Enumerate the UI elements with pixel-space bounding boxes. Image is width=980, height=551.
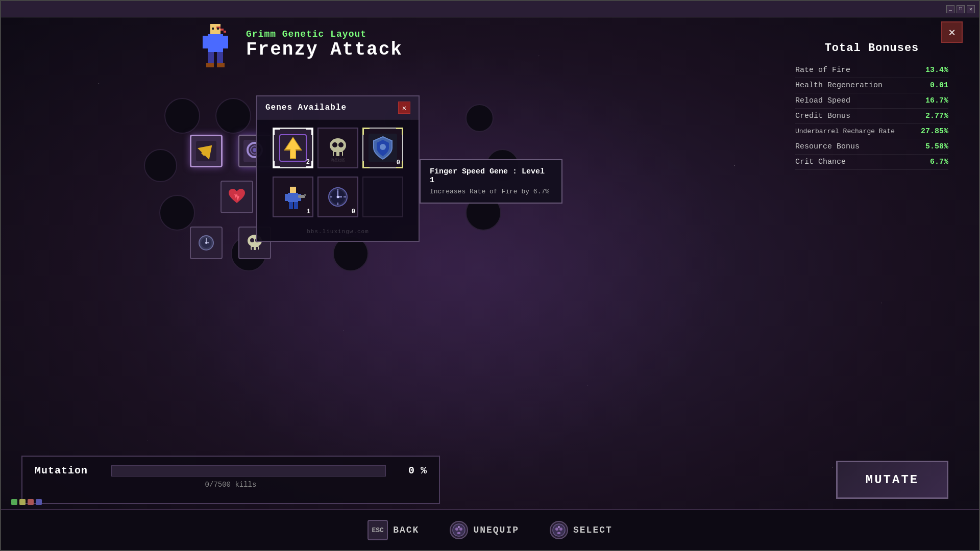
map-node-1 <box>164 98 200 134</box>
svg-point-71 <box>459 528 462 531</box>
svg-point-74 <box>553 524 565 536</box>
svg-rect-57 <box>304 194 306 196</box>
map-node-5 <box>144 149 177 182</box>
svg-rect-2 <box>203 36 209 48</box>
svg-rect-56 <box>298 195 305 198</box>
gene-item-5[interactable]: 0 <box>317 177 358 217</box>
gene-icon-hero <box>278 182 308 212</box>
minimize-btn[interactable]: _ <box>946 5 954 13</box>
bonuses-panel: Total Bonuses Rate of Fire 13.4% Health … <box>795 42 948 170</box>
gene-icon-clock <box>323 182 353 212</box>
svg-rect-8 <box>224 31 226 33</box>
svg-rect-26 <box>256 247 258 250</box>
title-text: Grimm Genetic Layout Frenzy Attack <box>246 29 403 60</box>
svg-point-75 <box>555 528 558 531</box>
svg-rect-63 <box>330 196 332 197</box>
hint-unequip[interactable]: UNEQUIP <box>450 521 519 539</box>
main-close-button[interactable]: ✕ <box>941 21 963 43</box>
modal-gene-grid-row2: 1 <box>257 177 419 226</box>
svg-rect-55 <box>294 202 298 209</box>
bonus-value-reload-speed: 16.7% <box>925 96 948 105</box>
svg-point-78 <box>558 526 560 528</box>
gene-slot-arrow[interactable] <box>190 135 223 167</box>
svg-rect-72 <box>457 532 460 534</box>
bonus-value-crit-chance: 6.7% <box>930 158 948 166</box>
map-node-7 <box>159 195 195 231</box>
header: Grimm Genetic Layout Frenzy Attack <box>195 21 403 67</box>
modal-header: Genes Available ✕ <box>257 96 419 119</box>
gene-icon-armor <box>368 133 398 163</box>
hint-back[interactable]: ESC BACK <box>368 520 419 540</box>
svg-rect-10 <box>217 28 219 30</box>
svg-point-40 <box>330 138 346 153</box>
mutation-label: Mutation <box>35 465 101 477</box>
map-node-4 <box>465 104 494 132</box>
bonus-label-health-regen: Health Regeneration <box>795 81 883 90</box>
main-title: Frenzy Attack <box>246 39 403 60</box>
svg-point-69 <box>453 524 465 536</box>
mutation-bar-container <box>111 465 386 477</box>
svg-point-48 <box>380 144 386 150</box>
svg-rect-52 <box>285 194 289 201</box>
character-sprite <box>195 21 236 67</box>
svg-point-34 <box>205 242 207 244</box>
svg-rect-5 <box>217 52 223 65</box>
tooltip-description: Increases Rate of Fire by 6.7% <box>430 188 552 195</box>
svg-point-76 <box>559 528 562 531</box>
svg-rect-25 <box>252 247 254 250</box>
status-dot-3 <box>28 499 34 505</box>
maximize-btn[interactable]: □ <box>957 5 965 13</box>
bonus-value-credit-bonus: 2.77% <box>925 112 948 120</box>
svg-rect-12 <box>217 63 225 67</box>
svg-rect-1 <box>208 34 223 52</box>
gene-map-area <box>118 67 790 450</box>
heart-gene-icon <box>225 185 249 209</box>
mutate-button[interactable]: MUTATE <box>836 461 948 499</box>
status-dot-4 <box>36 499 42 505</box>
gene-slot-clock-map[interactable] <box>190 227 223 259</box>
modal-gene-grid: 2 流星社区 <box>257 119 419 177</box>
gene-slot-heart[interactable] <box>220 181 253 213</box>
genes-modal: Genes Available ✕ 2 <box>256 95 420 242</box>
svg-rect-64 <box>344 196 346 197</box>
svg-rect-51 <box>288 193 298 202</box>
mutation-kills: 0/7500 kills <box>35 481 427 489</box>
svg-text:流星社区: 流星社区 <box>331 158 345 162</box>
title-bar: _ □ ✕ <box>1 1 979 17</box>
back-label: BACK <box>393 525 419 535</box>
svg-rect-62 <box>337 203 338 205</box>
bonus-value-underbarrel: 27.85% <box>921 127 948 136</box>
select-key-icon <box>550 521 568 539</box>
gene-item-4[interactable]: 1 <box>273 177 313 217</box>
subtitle: Grimm Genetic Layout <box>246 29 403 39</box>
svg-rect-11 <box>206 63 214 67</box>
gene-item-1[interactable]: 2 <box>273 128 313 168</box>
modal-watermark: bbs.liuxingw.com <box>257 226 419 241</box>
map-node-2 <box>215 98 251 134</box>
bonus-label-crit-chance: Crit Chance <box>795 158 846 166</box>
svg-rect-7 <box>220 29 224 31</box>
gene-item-2[interactable]: 流星社区 <box>317 128 358 168</box>
modal-title: Genes Available <box>265 103 347 112</box>
svg-point-27 <box>250 238 254 242</box>
window-close-btn[interactable]: ✕ <box>967 5 975 13</box>
bonus-value-resource-bonus: 5.58% <box>925 142 948 151</box>
gene-item-3[interactable]: 0 <box>362 128 403 168</box>
unequip-label: UNEQUIP <box>473 525 519 535</box>
bonuses-title: Total Bonuses <box>795 42 948 55</box>
svg-rect-42 <box>334 152 336 156</box>
svg-rect-54 <box>289 202 293 209</box>
bonus-row-underbarrel: Underbarrel Recharge Rate 27.85% <box>795 124 948 139</box>
hint-select[interactable]: SELECT <box>550 521 612 539</box>
svg-point-44 <box>332 142 337 147</box>
svg-rect-77 <box>557 532 560 534</box>
bonus-label-resource-bonus: Resource Bonus <box>795 142 860 151</box>
bonus-row-credit-bonus: Credit Bonus 2.77% <box>795 109 948 124</box>
modal-close-button[interactable]: ✕ <box>398 102 410 114</box>
gene-badge-4: 1 <box>307 208 310 215</box>
unequip-key-icon <box>450 521 468 539</box>
window-controls: _ □ ✕ <box>946 5 975 13</box>
bonus-row-crit-chance: Crit Chance 6.7% <box>795 155 948 170</box>
svg-point-45 <box>338 142 344 147</box>
bonus-row-reload-speed: Reload Speed 16.7% <box>795 93 948 109</box>
